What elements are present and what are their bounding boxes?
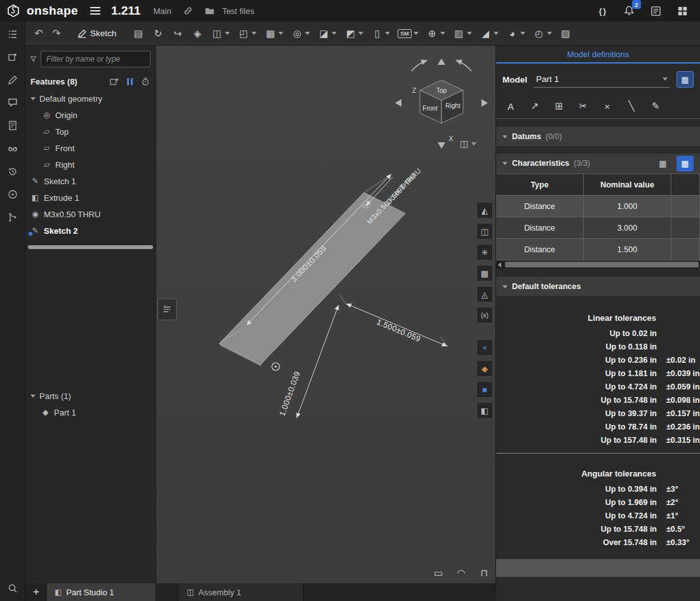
filter-faces-icon[interactable]: ◆ <box>476 360 493 377</box>
tree-item-front-plane[interactable]: ▱Front <box>25 140 156 156</box>
edge-line-icon[interactable]: ╲ <box>622 97 641 115</box>
help-search-icon[interactable] <box>5 581 20 596</box>
surface-finish-icon[interactable]: ✎ <box>646 97 665 115</box>
render-mode-icon[interactable]: ◭ <box>476 202 493 219</box>
rotate-ccw-arrow-icon[interactable] <box>412 60 427 71</box>
datum-target-icon[interactable]: ↗ <box>525 97 544 115</box>
dome-view-icon[interactable]: ◠ <box>454 565 469 581</box>
annotate-icon[interactable] <box>5 72 20 88</box>
panel-resize-bar[interactable] <box>28 245 153 249</box>
tool-hole-group[interactable]: ◎ <box>288 24 313 43</box>
units-scale-icon[interactable]: ⊓ <box>476 565 492 581</box>
tool-appearance-group[interactable]: ◢ <box>476 24 502 43</box>
comments-icon[interactable] <box>5 95 20 111</box>
history-icon[interactable] <box>5 164 20 179</box>
panel-flyout-toggle[interactable] <box>158 299 177 320</box>
redo-button[interactable]: ↷ <box>48 27 65 39</box>
pattern-display-icon[interactable]: ✳ <box>476 244 493 260</box>
table-row[interactable]: Distance 1.000 <box>496 196 700 217</box>
cube-right-label[interactable]: Right <box>445 102 461 109</box>
datums-section-header[interactable]: Datums (0/0) <box>496 126 700 147</box>
tool-sheet-metal-group[interactable]: SM <box>394 24 422 43</box>
tree-item-origin[interactable]: ◎Origin <box>25 107 156 123</box>
insert-feature-icon[interactable] <box>109 77 119 86</box>
undo-button[interactable]: ↶ <box>30 27 47 39</box>
versions-icon[interactable] <box>5 210 20 225</box>
3d-viewport[interactable]: 3.000±0.059 1.500±0.059 Ø0.098 THRU M3x0… <box>156 46 495 583</box>
tool-draft-group[interactable]: ◩ <box>341 24 367 43</box>
tree-item-right-plane[interactable]: ▱Right <box>25 156 156 173</box>
shaded-edges-icon[interactable]: ◫ <box>476 223 493 240</box>
model-definition-table-button[interactable]: ▦ <box>676 71 694 88</box>
height-dimension-line[interactable] <box>297 305 339 418</box>
tool-loft[interactable]: ◈ <box>188 24 206 43</box>
feature-script-icon[interactable]: { } <box>595 3 610 18</box>
default-tolerances-section-header[interactable]: Default tolerances <box>496 276 700 297</box>
tree-item-extrude-1[interactable]: ◧Extrude 1 <box>25 189 156 206</box>
tree-item-top-plane[interactable]: ▱Top <box>25 123 156 140</box>
panel-scrollbar-thumb[interactable] <box>496 559 700 577</box>
tool-transform-group[interactable]: ⊕ <box>423 24 448 43</box>
filter-bodies-icon[interactable]: ◧ <box>476 402 493 419</box>
tool-clipboard-group[interactable]: ▯ <box>368 24 393 43</box>
geometric-tolerance-icon[interactable]: ✂ <box>574 97 593 115</box>
share-link-icon[interactable] <box>183 6 193 16</box>
rotate-cw-arrow-icon[interactable] <box>456 60 471 71</box>
tree-item-sketch-1[interactable]: ✎Sketch 1 <box>25 173 156 189</box>
notifications-bell-icon[interactable]: 2 <box>621 3 636 18</box>
intersection-icon[interactable]: × <box>598 97 617 115</box>
tree-item-sketch-2[interactable]: ✎Sketch 2 <box>25 222 156 239</box>
flat-pattern-icon[interactable]: ▭ <box>431 565 446 581</box>
main-menu-icon[interactable] <box>90 6 101 15</box>
height-dimension-text[interactable]: 1.000±0.039 <box>278 370 302 417</box>
tool-thicken-group[interactable]: ◫ <box>208 24 233 43</box>
tool-pattern-group[interactable]: ▦ <box>261 24 286 43</box>
texture-display-icon[interactable]: ▩ <box>476 265 493 281</box>
tool-linear-pattern-group[interactable]: ▥ <box>450 24 475 43</box>
tree-item-part-1[interactable]: ◆Part 1 <box>25 404 156 421</box>
parts-section-header[interactable]: Parts (1) <box>25 388 156 404</box>
tool-fillet-group[interactable]: ◪ <box>314 24 340 43</box>
rotate-left-arrow-icon[interactable] <box>395 99 401 107</box>
tool-boolean[interactable]: ▤ <box>129 24 147 43</box>
tool-texture[interactable]: ▨ <box>556 24 575 43</box>
insert-studio-icon[interactable] <box>5 50 20 65</box>
manual-define-characteristics-button[interactable]: ▦ <box>654 156 671 172</box>
auto-define-characteristics-button[interactable]: ▦ <box>676 156 694 172</box>
workspace-name[interactable]: Main <box>153 6 171 16</box>
tree-item-default-geometry[interactable]: Default geometry <box>25 90 156 107</box>
dimension-icon[interactable]: ⊞ <box>549 97 569 115</box>
table-row[interactable]: Distance 3.000 <box>496 217 700 239</box>
clear-selection-icon[interactable]: × <box>476 339 493 356</box>
tool-section-group[interactable]: ◴ <box>530 24 555 43</box>
document-title[interactable]: 1.211 <box>111 4 141 18</box>
document-list-icon[interactable] <box>648 3 663 18</box>
rotate-right-arrow-icon[interactable] <box>481 99 488 107</box>
filter-funnel-icon[interactable] <box>29 54 37 64</box>
column-header-type[interactable]: Type <box>496 174 584 196</box>
explore-icon[interactable] <box>5 187 20 202</box>
width-dimension-text[interactable]: 1.500±0.059 <box>375 318 422 344</box>
model-select[interactable]: Part 1 <box>534 71 670 88</box>
table-row[interactable]: Distance 1.500 <box>496 239 700 260</box>
datum-feature-icon[interactable]: A <box>501 97 520 115</box>
table-horizontal-scrollbar[interactable] <box>496 260 700 269</box>
cube-top-label[interactable]: Top <box>436 87 447 94</box>
apps-grid-icon[interactable] <box>675 3 690 18</box>
tool-revolve[interactable]: ↻ <box>149 24 167 43</box>
follow-mode-icon[interactable] <box>5 141 20 156</box>
tab-model-definitions[interactable]: Model definitions <box>496 46 700 64</box>
features-filter-input[interactable] <box>41 51 151 67</box>
suppress-icon[interactable] <box>127 78 133 85</box>
tab-part-studio[interactable]: ◧ Part Studio 1 <box>47 583 156 601</box>
sketch-button[interactable]: Sketch <box>71 27 123 40</box>
notes-icon[interactable] <box>5 118 20 133</box>
tab-assembly[interactable]: ◫ Assembly 1 <box>179 583 304 601</box>
tool-split-group[interactable]: ◰ <box>234 24 260 43</box>
characteristics-section-header[interactable]: Characteristics (3/3) ▦ ▦ <box>496 153 700 173</box>
rotate-down-arrow-icon[interactable] <box>438 142 445 149</box>
rollback-icon[interactable] <box>140 76 151 86</box>
onshape-logo-icon[interactable] <box>6 4 20 18</box>
view-cube[interactable]: Top Front Right Z X <box>387 52 495 160</box>
materials-icon[interactable]: ◬ <box>476 286 493 302</box>
